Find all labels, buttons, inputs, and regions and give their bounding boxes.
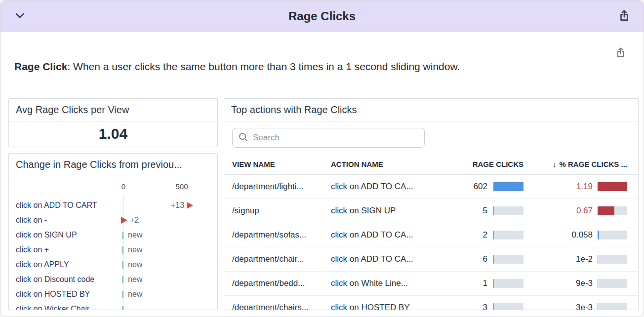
view-name-cell: /department/chairs... bbox=[224, 303, 331, 310]
chart-export-button[interactable] bbox=[615, 47, 627, 60]
pct-rage-clicks-bar-fill bbox=[598, 206, 614, 215]
change-row: click on APPLYnew bbox=[9, 257, 217, 272]
column-header-rage-clicks[interactable]: ↓% RAGE CLICKS ... bbox=[523, 160, 627, 168]
avg-rage-clicks-card: Avg Rage Clicks per View 1.04 bbox=[8, 98, 218, 147]
action-link[interactable]: click on Discount code bbox=[16, 275, 94, 284]
change-rows: click on ADD TO CART+13click on -+2click… bbox=[9, 198, 217, 310]
change-in-rage-clicks-card: Change in Rage Clicks from previou... 0 … bbox=[8, 153, 218, 310]
column-header-view-name[interactable]: VIEW NAME bbox=[224, 160, 331, 168]
table-row[interactable]: /department/bedd...click on White Line..… bbox=[224, 272, 638, 296]
pct-rage-clicks-value: 0.058 bbox=[523, 230, 593, 240]
increase-arrow-icon bbox=[187, 202, 193, 209]
delta-value: new bbox=[128, 290, 142, 299]
action-name-cell: click on ADD TO CA... bbox=[331, 182, 454, 192]
action-link[interactable]: click on - bbox=[16, 216, 47, 225]
table-row[interactable]: /department/lighti...click on ADD TO CA.… bbox=[224, 175, 638, 199]
search-icon bbox=[239, 132, 248, 144]
rage-clicks-bar bbox=[493, 255, 523, 264]
change-marker bbox=[122, 306, 128, 311]
action-link[interactable]: click on ADD TO CART bbox=[16, 201, 97, 210]
pct-rage-clicks-bar bbox=[598, 182, 627, 191]
change-marker: new bbox=[122, 260, 142, 269]
view-name-cell: /signup bbox=[224, 206, 331, 216]
sort-desc-icon: ↓ bbox=[553, 160, 557, 168]
action-link[interactable]: click on + bbox=[16, 245, 49, 254]
rage-click-definition: Rage Click: When a user clicks the same … bbox=[14, 61, 460, 73]
page-title: Rage Clicks bbox=[0, 9, 644, 23]
table-row[interactable]: /department/chair...click on ADD TO CA..… bbox=[224, 247, 638, 272]
rage-clicks-bar bbox=[493, 303, 523, 310]
delta-value: new bbox=[128, 231, 142, 239]
change-row: click on Discount codenew bbox=[9, 272, 217, 287]
pct-rage-clicks-bar bbox=[598, 303, 627, 310]
rage-clicks-bar bbox=[493, 206, 523, 215]
rage-clicks-value: 602 bbox=[454, 182, 487, 192]
view-name-cell: /department/chair... bbox=[224, 254, 331, 264]
rage-clicks-bar-fill bbox=[493, 255, 494, 264]
delta-value: new bbox=[128, 275, 142, 284]
pct-rage-clicks-value: 1.19 bbox=[523, 182, 593, 192]
change-marker: new bbox=[122, 245, 142, 254]
rage-clicks-bar-fill bbox=[493, 182, 523, 191]
rage-clicks-value: 3 bbox=[454, 303, 487, 310]
action-name-cell: click on White Line... bbox=[331, 278, 454, 288]
change-row: click on Wicker Chair bbox=[9, 302, 217, 310]
change-card-title: Change in Rage Clicks from previou... bbox=[9, 154, 217, 176]
new-indicator-icon bbox=[122, 246, 123, 254]
top-actions-card: Top actions with Rage Clicks VIEW NAMEAC… bbox=[224, 98, 639, 310]
view-name-cell: /department/sofas... bbox=[224, 230, 331, 240]
pct-rage-clicks-value: 1e-2 bbox=[523, 254, 593, 264]
new-indicator-icon bbox=[122, 276, 123, 283]
pct-rage-clicks-bar bbox=[598, 231, 627, 239]
change-marker: new bbox=[122, 231, 142, 239]
pct-rage-clicks-bar-fill bbox=[598, 231, 599, 239]
collapse-button[interactable] bbox=[11, 7, 28, 26]
table-row[interactable]: /signupclick on SIGN UP50.67 bbox=[224, 199, 638, 223]
header-export-button[interactable] bbox=[616, 7, 633, 26]
table-body: /department/lighti...click on ADD TO CA.… bbox=[224, 175, 638, 310]
pct-rage-clicks-bar bbox=[598, 255, 627, 264]
rage-clicks-bar bbox=[493, 231, 523, 239]
action-link[interactable]: click on HOSTED BY bbox=[16, 290, 90, 299]
action-link[interactable]: click on SIGN UP bbox=[16, 231, 77, 239]
pct-rage-clicks-bar bbox=[598, 206, 627, 215]
pct-rage-clicks-bar-fill bbox=[598, 255, 598, 264]
delta-value: new bbox=[128, 260, 142, 269]
rage-clicks-bar bbox=[493, 279, 523, 288]
definition-term: Rage Click bbox=[14, 61, 67, 72]
change-row: click on ADD TO CART+13 bbox=[9, 198, 217, 213]
chevron-down-icon bbox=[13, 9, 26, 24]
table-row[interactable]: /department/chairs...click on HOSTED BY3… bbox=[224, 296, 638, 310]
change-marker: +13 bbox=[171, 201, 193, 210]
new-indicator-icon bbox=[122, 232, 123, 239]
action-link[interactable]: click on APPLY bbox=[16, 260, 69, 269]
pct-rage-clicks-bar-fill bbox=[598, 182, 627, 191]
action-name-cell: click on ADD TO CA... bbox=[331, 230, 454, 240]
action-name-cell: click on HOSTED BY bbox=[331, 303, 454, 310]
rage-clicks-value: 5 bbox=[454, 206, 487, 216]
change-marker: new bbox=[122, 290, 142, 299]
table-row[interactable]: /department/sofas...click on ADD TO CA..… bbox=[224, 223, 638, 247]
new-indicator-icon bbox=[122, 291, 123, 298]
action-link[interactable]: click on Wicker Chair bbox=[16, 305, 89, 310]
delta-value: +13 bbox=[171, 201, 184, 210]
rage-clicks-widget: Rage Clicks Rage Click: When a user clic… bbox=[0, 0, 644, 317]
export-icon bbox=[618, 9, 631, 24]
change-row: click on -+2 bbox=[9, 213, 217, 228]
action-name-cell: click on ADD TO CA... bbox=[331, 254, 454, 264]
table-header-row: VIEW NAMEACTION NAMERAGE CLICKS↓% RAGE C… bbox=[224, 154, 638, 175]
column-header-action-name[interactable]: ACTION NAME bbox=[331, 160, 454, 168]
pct-rage-clicks-value: 3e-3 bbox=[523, 303, 593, 310]
axis-tick-zero: 0 bbox=[121, 182, 125, 191]
rage-clicks-value: 2 bbox=[454, 230, 487, 240]
column-header-rage-clicks[interactable]: RAGE CLICKS bbox=[454, 160, 523, 168]
change-marker: new bbox=[122, 275, 142, 284]
rage-clicks-bar bbox=[493, 182, 523, 191]
export-icon bbox=[615, 53, 627, 60]
avg-card-title: Avg Rage Clicks per View bbox=[9, 99, 217, 121]
change-row: click on +new bbox=[9, 242, 217, 257]
widget-header: Rage Clicks bbox=[0, 0, 644, 32]
change-row: click on HOSTED BYnew bbox=[9, 287, 217, 302]
search-input[interactable] bbox=[253, 133, 418, 143]
rage-clicks-value: 6 bbox=[454, 254, 487, 264]
